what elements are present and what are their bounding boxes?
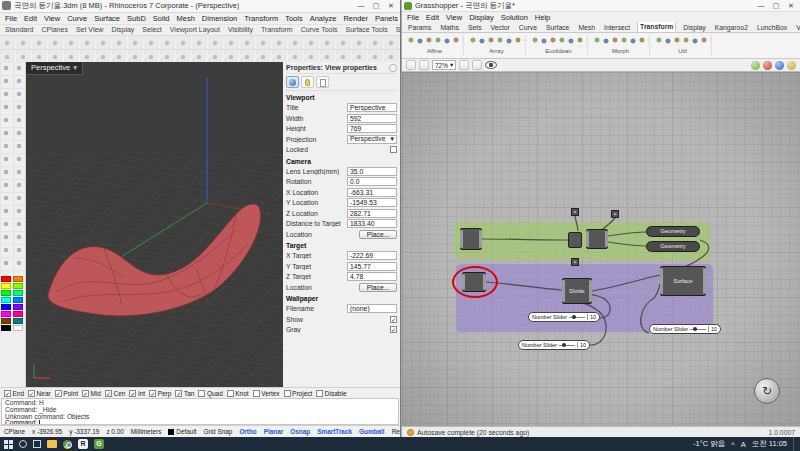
ime-indicator[interactable]: A	[741, 440, 746, 449]
menu-item[interactable]: Mesh	[176, 14, 194, 23]
ribbon-tab[interactable]: Vector	[489, 23, 512, 32]
osnap-toggle[interactable]: Mid	[82, 390, 101, 397]
osnap-toggle[interactable]: Project	[284, 390, 313, 397]
toolbar-tab[interactable]: Surface Tools	[346, 26, 388, 33]
palette-group[interactable]: Euclidean	[530, 35, 588, 56]
osnap-toggle[interactable]: Tan	[175, 390, 194, 397]
menu-item[interactable]: File	[407, 13, 419, 22]
palette-group[interactable]: Affine	[406, 35, 464, 56]
color-swatch[interactable]	[13, 311, 23, 317]
slider-knob-icon[interactable]	[693, 327, 697, 331]
wallpaper-gray-checkbox[interactable]	[390, 326, 397, 333]
menu-item[interactable]: Help	[535, 13, 550, 22]
status-toggle[interactable]: SmartTrack	[317, 428, 352, 435]
task-view-icon[interactable]	[33, 440, 41, 448]
chrome-icon[interactable]	[63, 440, 72, 449]
toolbar-tab[interactable]: Visibility	[228, 26, 253, 33]
wallpaper-filename-field[interactable]: (none)	[347, 304, 397, 313]
menu-item[interactable]: Edit	[24, 14, 37, 23]
zoom-out-icon[interactable]	[472, 60, 482, 70]
ribbon-tab[interactable]: Maths	[438, 23, 461, 32]
menu-item[interactable]: View	[44, 14, 60, 23]
palette-group[interactable]: Morph	[592, 35, 650, 56]
menu-item[interactable]: View	[446, 13, 462, 22]
toolbar-icons-row-1[interactable]	[0, 35, 400, 49]
color-swatch[interactable]	[1, 304, 11, 310]
properties-tab-page[interactable]	[316, 76, 329, 88]
palette-group[interactable]: Array	[468, 35, 526, 56]
close-button[interactable]: ✕	[784, 1, 798, 11]
properties-tab-viewport[interactable]	[286, 76, 299, 88]
wire-preview-icon[interactable]	[763, 61, 772, 70]
menu-item[interactable]: File	[5, 14, 17, 23]
navigation-ball[interactable]: ↻	[754, 378, 780, 404]
color-swatch[interactable]	[13, 290, 23, 296]
property-value-field[interactable]: -663.31	[347, 188, 397, 197]
ribbon-tab[interactable]: Transform	[637, 22, 676, 32]
toolbar-tab[interactable]: Curve Tools	[301, 26, 338, 33]
bake-icon[interactable]	[787, 61, 796, 70]
status-toggle[interactable]: Ortho	[239, 428, 256, 435]
zoom-select[interactable]: 72% ▾	[432, 60, 456, 70]
color-swatch[interactable]	[1, 290, 11, 296]
locked-checkbox[interactable]	[390, 146, 397, 153]
minimize-button[interactable]: —	[754, 1, 768, 11]
status-toggle[interactable]: Record History	[392, 428, 400, 435]
color-swatch[interactable]	[13, 297, 23, 303]
slider-rail[interactable]	[690, 329, 706, 330]
zoom-in-icon[interactable]	[459, 60, 469, 70]
menu-item[interactable]: Transform	[244, 14, 278, 23]
maximize-button[interactable]: ▢	[369, 1, 383, 11]
palette-group-icons[interactable]	[654, 35, 711, 48]
cplane-label[interactable]: CPlane	[4, 428, 25, 435]
ribbon-tab[interactable]: LunchBox	[755, 23, 789, 32]
osnap-toggle[interactable]: Cen	[105, 390, 125, 397]
menu-item[interactable]: Surface	[94, 14, 120, 23]
grasshopper-canvas[interactable]: Geometry Geometry × × × Divide Surface N…	[402, 72, 800, 426]
maximize-button[interactable]: ▢	[769, 1, 783, 11]
preview-eye-icon[interactable]	[485, 61, 497, 69]
camera-place-button[interactable]: Place...	[359, 230, 397, 239]
menu-item[interactable]: Solution	[501, 13, 528, 22]
color-swatch[interactable]	[13, 304, 23, 310]
color-swatch[interactable]	[1, 297, 11, 303]
tray-expand-icon[interactable]: ^	[731, 440, 735, 449]
status-toggle[interactable]: Grid Snap	[204, 428, 233, 435]
osnap-toggle[interactable]: Quad	[198, 390, 222, 397]
osnap-toggle[interactable]: Near	[28, 390, 51, 397]
ribbon-tab[interactable]: Display	[681, 23, 707, 32]
component-surface[interactable]: Surface	[660, 266, 706, 296]
geometry-param-pill[interactable]: Geometry	[646, 241, 700, 252]
grasshopper-taskbar-icon[interactable]: G	[94, 439, 104, 449]
palette-group[interactable]: Util	[654, 35, 712, 56]
osnap-toggle[interactable]: Perp	[149, 390, 171, 397]
menu-item[interactable]: SubD	[127, 14, 146, 23]
open-file-icon[interactable]	[406, 60, 416, 70]
component-divide[interactable]: Divide	[562, 278, 592, 304]
number-slider[interactable]: Number Slider 10	[518, 340, 590, 350]
toolbar-tab[interactable]: Solid Tools	[396, 26, 400, 33]
menu-item[interactable]: Dimension	[202, 14, 237, 23]
ribbon-tab[interactable]: Sets	[466, 23, 484, 32]
osnap-toggle[interactable]: Vertex	[253, 390, 280, 397]
toolbar-icons-row-2[interactable]	[0, 49, 400, 63]
ribbon-tab[interactable]: Surface	[544, 23, 571, 32]
property-value-field[interactable]: 145.77	[347, 262, 397, 271]
close-button[interactable]: ✕	[384, 1, 398, 11]
ribbon-tab[interactable]: V-Ray	[794, 23, 800, 32]
ribbon-tab[interactable]: Intersect	[602, 23, 632, 32]
ribbon-tab[interactable]: Kangaroo2	[713, 23, 750, 32]
disabled-node-icon[interactable]: ×	[571, 258, 579, 266]
property-value-field[interactable]: 769	[347, 124, 397, 133]
slider-knob-icon[interactable]	[562, 343, 566, 347]
status-toggle[interactable]: Osnap	[290, 428, 310, 435]
color-swatch[interactable]	[13, 283, 23, 289]
viewport-title-tab[interactable]: Perspective▾	[26, 62, 83, 75]
toolbar-tab[interactable]: Viewport Layout	[170, 26, 220, 33]
rhino-titlebar[interactable]: 곡면의 등기울.3dm (8 MB) - Rhinoceros 7 Corpor…	[0, 0, 400, 13]
shaded-preview-icon[interactable]	[751, 61, 760, 70]
color-swatch[interactable]	[13, 318, 23, 324]
osnap-toggle[interactable]: Int	[129, 390, 145, 397]
target-place-button[interactable]: Place...	[359, 283, 397, 292]
start-button[interactable]	[4, 440, 13, 449]
